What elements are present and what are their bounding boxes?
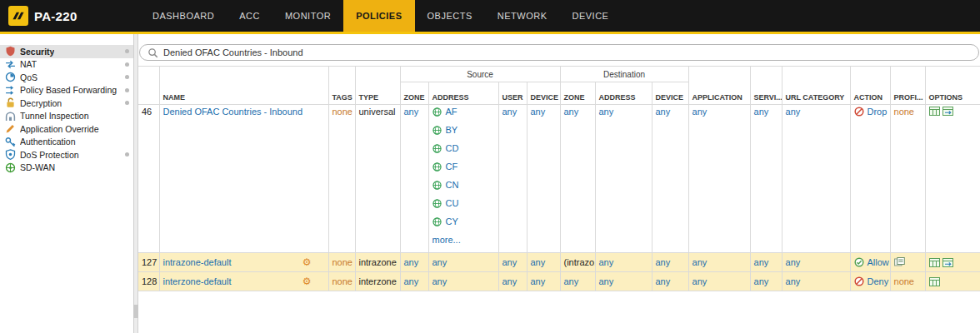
nav-objects[interactable]: OBJECTS: [415, 0, 485, 32]
col-header-url-category[interactable]: URL CATEGORY: [782, 67, 850, 105]
sidebar-splitter[interactable]: [133, 34, 138, 333]
src-device-value[interactable]: any: [531, 276, 546, 286]
region-link[interactable]: BY: [446, 125, 458, 135]
more-link[interactable]: more...: [432, 235, 461, 245]
col-header-profile[interactable]: PROFI...: [890, 67, 925, 105]
search-icon: [148, 47, 158, 58]
rule-name-link[interactable]: intrazone-default: [163, 257, 232, 267]
sidebar-item-sd-wan[interactable]: SD-WAN: [0, 162, 133, 175]
col-header-options[interactable]: OPTIONS: [925, 67, 980, 105]
splitter-handle[interactable]: [133, 305, 138, 318]
sidebar-item-security[interactable]: Security: [0, 45, 133, 58]
src-address-value[interactable]: any: [432, 257, 448, 267]
nat-icon: [5, 59, 16, 70]
application-value[interactable]: any: [692, 107, 708, 117]
col-header-service[interactable]: SERVI...: [750, 67, 782, 105]
src-zone-value[interactable]: any: [404, 107, 419, 117]
service-value[interactable]: any: [754, 276, 769, 286]
dst-zone-value[interactable]: any: [564, 107, 579, 117]
col-header-src-device[interactable]: DEVICE: [527, 82, 560, 105]
col-header-tags[interactable]: TAGS: [328, 67, 355, 105]
service-value[interactable]: any: [754, 107, 769, 117]
rule-name-link[interactable]: interzone-default: [163, 276, 232, 286]
nav-network[interactable]: NETWORK: [485, 0, 560, 32]
address-entry: BY: [432, 125, 495, 135]
rule-name-link[interactable]: Denied OFAC Countries - Inbound: [163, 107, 303, 117]
row-number[interactable]: 127: [138, 253, 159, 272]
service-value[interactable]: any: [754, 257, 769, 267]
url-category-value[interactable]: any: [786, 257, 801, 267]
rulebase-panel: NAME TAGS TYPE Source Destination APPLIC…: [138, 34, 980, 333]
gear-icon[interactable]: ⚙: [302, 276, 312, 286]
status-dot: [125, 152, 129, 157]
search-input[interactable]: [163, 47, 971, 57]
url-category-value[interactable]: any: [786, 276, 801, 286]
application-value[interactable]: any: [692, 276, 708, 286]
src-device-value[interactable]: any: [531, 107, 546, 117]
tags-value: none: [332, 257, 352, 267]
application-value[interactable]: any: [692, 257, 708, 267]
col-header-name[interactable]: NAME: [159, 67, 328, 105]
region-icon: [432, 217, 442, 226]
src-user-value[interactable]: any: [502, 107, 518, 117]
src-zone-value[interactable]: any: [404, 257, 419, 267]
src-device-value[interactable]: any: [531, 257, 546, 267]
gear-icon[interactable]: ⚙: [302, 257, 312, 267]
nav-acc[interactable]: ACC: [227, 0, 272, 32]
region-link[interactable]: AF: [446, 107, 458, 117]
col-header-dst-zone[interactable]: ZONE: [560, 82, 595, 105]
src-address-value[interactable]: any: [432, 276, 448, 286]
url-category-value[interactable]: any: [786, 107, 801, 117]
address-entry: CY: [432, 216, 495, 226]
sidebar-item-qos[interactable]: QoS: [0, 71, 133, 84]
sidebar-item-nat[interactable]: NAT: [0, 58, 133, 72]
src-user-value[interactable]: any: [502, 276, 518, 286]
dst-address-value[interactable]: any: [599, 276, 614, 286]
region-link[interactable]: CN: [446, 180, 459, 190]
log-settings-icon: [929, 107, 940, 116]
col-header-src-address[interactable]: ADDRESS: [428, 82, 498, 105]
sidebar-item-decryption[interactable]: Decryption: [0, 97, 133, 110]
sidebar-item-policy-based-forwarding[interactable]: Policy Based Forwarding: [0, 84, 133, 97]
status-dot: [125, 62, 129, 67]
col-header-application[interactable]: APPLICATION: [688, 67, 750, 105]
nav-dashboard[interactable]: DASHBOARD: [140, 0, 227, 32]
region-icon: [432, 107, 442, 117]
dst-device-value[interactable]: any: [656, 276, 671, 286]
region-link[interactable]: CU: [446, 198, 459, 208]
policy-sidebar: Security NAT QoS Policy Based Forwarding: [0, 34, 133, 333]
action-value[interactable]: Deny: [868, 276, 889, 286]
dst-device-value[interactable]: any: [656, 107, 671, 117]
src-user-value[interactable]: any: [502, 257, 518, 267]
row-number[interactable]: 46: [138, 105, 159, 253]
sidebar-item-authentication[interactable]: Authentication: [0, 136, 133, 149]
region-icon: [432, 126, 442, 135]
row-number[interactable]: 128: [138, 272, 159, 291]
dst-device-value[interactable]: any: [656, 257, 671, 267]
dst-zone-value[interactable]: any: [564, 276, 579, 286]
region-link[interactable]: CF: [446, 162, 458, 171]
region-link[interactable]: CY: [446, 216, 458, 226]
sidebar-item-application-override[interactable]: Application Override: [0, 122, 133, 136]
dst-address-value[interactable]: any: [599, 257, 614, 267]
action-value[interactable]: Drop: [868, 107, 888, 117]
nav-policies[interactable]: POLICIES: [343, 0, 414, 32]
profile-group-icon: [894, 257, 905, 266]
action-value[interactable]: Allow: [868, 257, 889, 267]
sidebar-item-dos-protection[interactable]: DoS Protection: [0, 148, 133, 162]
status-dot: [125, 49, 129, 53]
col-header-dst-address[interactable]: ADDRESS: [595, 82, 652, 105]
src-zone-value[interactable]: any: [404, 276, 419, 286]
col-header-number: [138, 67, 159, 105]
sidebar-item-tunnel-inspection[interactable]: Tunnel Inspection: [0, 110, 133, 123]
sidebar-label: QoS: [20, 72, 38, 82]
col-header-action[interactable]: ACTION: [850, 67, 890, 105]
dst-address-value[interactable]: any: [599, 107, 614, 117]
nav-device[interactable]: DEVICE: [559, 0, 621, 32]
nav-monitor[interactable]: MONITOR: [272, 0, 343, 32]
region-link[interactable]: CD: [446, 143, 459, 153]
col-header-src-zone[interactable]: ZONE: [400, 82, 428, 105]
col-header-src-user[interactable]: USER: [498, 82, 527, 105]
col-header-dst-device[interactable]: DEVICE: [652, 82, 688, 105]
col-header-type[interactable]: TYPE: [355, 67, 400, 105]
